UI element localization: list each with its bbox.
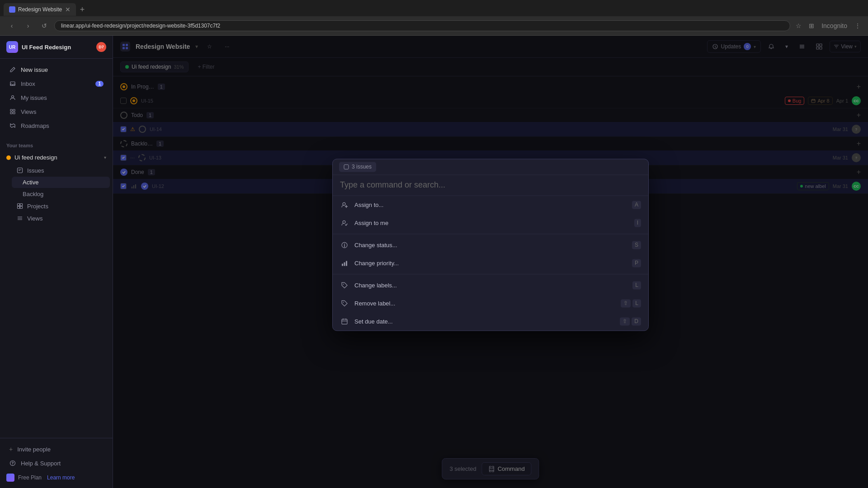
sidebar: UR UI Feed Redesign D7 New issue [0, 36, 113, 488]
browser-tabs: Redesign Website ✕ + [0, 0, 868, 16]
sidebar-item-inbox[interactable]: Inbox 1 [3, 77, 110, 90]
free-plan-text: Free Plan [18, 474, 42, 481]
workspace-avatar: UR [6, 41, 18, 53]
sidebar-item-active[interactable]: Active [12, 177, 110, 188]
svg-rect-2 [10, 109, 12, 111]
forward-button[interactable]: › [22, 19, 34, 32]
change-labels-label: Change labels... [354, 282, 627, 289]
user-plus-icon [340, 200, 349, 209]
palette-item-change-priority[interactable]: Change priority... P [333, 254, 648, 272]
more-button[interactable]: ⋮ [853, 20, 863, 31]
sidebar-item-issues[interactable]: Issues [12, 164, 110, 176]
plus-icon: + [9, 446, 13, 453]
command-search-input[interactable] [340, 180, 641, 190]
calendar-icon [340, 317, 349, 326]
back-button[interactable]: ‹ [5, 19, 18, 32]
svg-point-25 [343, 202, 345, 205]
svg-rect-9 [18, 206, 20, 209]
help-icon [9, 460, 16, 467]
browser-nav: ‹ › ↺ linear.app/ui-feed-redesign/projec… [0, 16, 868, 35]
svg-rect-3 [13, 109, 15, 111]
extensions-button[interactable]: ⊞ [807, 20, 816, 31]
new-tab-button[interactable]: + [76, 3, 89, 16]
team-dot [6, 155, 11, 160]
change-labels-shortcut: L [632, 281, 641, 289]
help-support-button[interactable]: Help & Support [3, 456, 110, 470]
set-due-date-label: Set due date... [354, 318, 614, 325]
change-priority-label: Change priority... [354, 260, 627, 267]
tab-favicon [9, 6, 15, 13]
map-icon [9, 122, 16, 129]
sidebar-item-projects[interactable]: Projects [12, 200, 110, 212]
incognito-label: Incognito [820, 20, 849, 31]
palette-items: Assign to... A Assign to me I [333, 196, 648, 330]
assign-to-me-shortcut: I [634, 219, 641, 227]
palette-item-remove-label[interactable]: Remove label... ⇧ L [333, 294, 648, 312]
sidebar-nav: New issue Inbox 1 [0, 59, 113, 136]
tab-title: Redesign Website [18, 6, 62, 13]
learn-more-link[interactable]: Learn more [47, 474, 75, 481]
set-due-date-shortcut: ⇧ D [620, 317, 641, 325]
svg-rect-10 [20, 206, 23, 209]
pencil-icon [9, 66, 16, 73]
invite-people-button[interactable]: + Invite people [3, 442, 110, 456]
tab-close-button[interactable]: ✕ [65, 6, 71, 13]
projects-icon [16, 202, 24, 210]
issues-count-icon [344, 164, 349, 169]
inbox-badge: 1 [95, 81, 104, 87]
svg-rect-24 [344, 164, 349, 169]
change-status-shortcut: S [632, 241, 641, 249]
palette-item-assign-to[interactable]: Assign to... A [333, 196, 648, 214]
palette-header: 3 issues [333, 159, 648, 175]
sidebar-item-team-views[interactable]: Views [12, 212, 110, 224]
svg-rect-28 [342, 263, 343, 266]
main-content: Redesign Website ▾ ☆ ··· Updates 0 ▾ [113, 36, 868, 488]
svg-point-1 [12, 96, 14, 98]
user-avatar-header[interactable]: D7 [96, 42, 106, 52]
remove-label-label: Remove label... [354, 300, 615, 307]
sidebar-item-new-issue[interactable]: New issue [3, 63, 110, 76]
change-status-label: Change status... [354, 242, 627, 249]
palette-item-change-labels[interactable]: Change labels... L [333, 276, 648, 294]
palette-divider-1 [333, 234, 648, 234]
svg-rect-4 [10, 112, 12, 114]
team-chevron-icon: ▾ [104, 155, 106, 160]
assign-to-label: Assign to... [354, 202, 627, 208]
browser-tab[interactable]: Redesign Website ✕ [4, 3, 76, 16]
user-check-icon [340, 218, 349, 227]
workspace-info[interactable]: UR UI Feed Redesign [6, 41, 71, 53]
sidebar-header-actions: D7 [96, 42, 106, 52]
sidebar-item-roadmaps[interactable]: Roadmaps [3, 119, 110, 132]
palette-item-change-status[interactable]: Change status... S [333, 236, 648, 254]
team-name: Ui feed redesign [14, 154, 57, 161]
change-priority-shortcut: P [632, 259, 641, 267]
browser-chrome: Redesign Website ✕ + ‹ › ↺ linear.app/ui… [0, 0, 868, 36]
sidebar-item-views[interactable]: Views [3, 105, 110, 118]
sidebar-item-backlog[interactable]: Backlog [12, 188, 110, 200]
svg-rect-5 [13, 112, 15, 114]
svg-point-32 [343, 302, 344, 303]
your-teams-label: Your teams [0, 136, 113, 151]
assign-to-shortcut: A [632, 201, 641, 209]
free-plan-item: Free Plan Learn more [0, 470, 113, 485]
search-input-area [333, 175, 648, 196]
reload-button[interactable]: ↺ [38, 19, 51, 32]
command-palette: 3 issues Assign to... [332, 159, 649, 331]
sidebar-item-my-issues[interactable]: My issues [3, 91, 110, 104]
issues-icon [16, 167, 24, 174]
browser-actions: ☆ ⊞ Incognito ⋮ [794, 20, 863, 31]
address-bar[interactable]: linear.app/ui-feed-redesign/project/rede… [54, 20, 790, 31]
user-icon [9, 94, 16, 101]
team-sub-nav: Issues Active Backlog Projects [0, 164, 113, 225]
svg-rect-33 [342, 319, 347, 324]
bookmark-button[interactable]: ☆ [794, 20, 803, 31]
palette-divider-2 [333, 274, 648, 274]
team-header[interactable]: Ui feed redesign ▾ [0, 151, 113, 164]
svg-point-26 [343, 221, 345, 223]
palette-item-assign-to-me[interactable]: Assign to me I [333, 214, 648, 232]
issues-count-text: 3 issues [352, 164, 372, 170]
remove-label-shortcut: ⇧ L [621, 299, 641, 307]
svg-rect-7 [18, 204, 20, 206]
palette-item-set-due-date[interactable]: Set due date... ⇧ D [333, 312, 648, 330]
views-icon [16, 215, 24, 222]
